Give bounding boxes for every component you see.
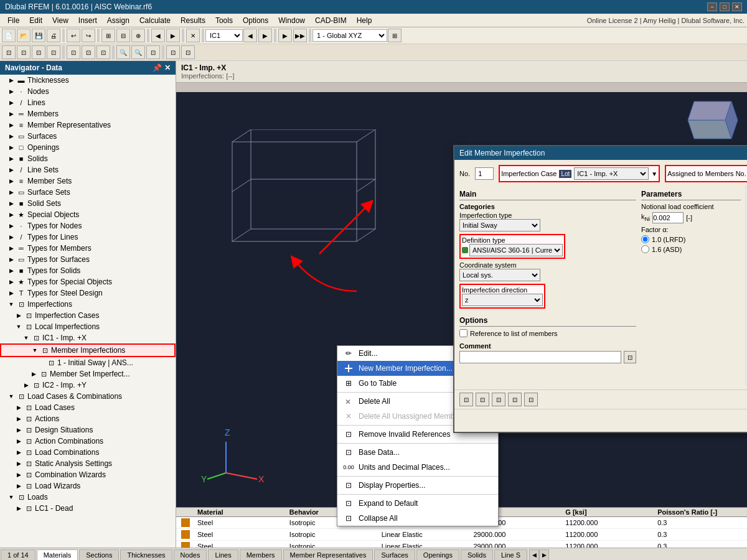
expand-types-steel[interactable]: ▶ (7, 289, 15, 297)
tb2-b10[interactable]: ⊡ (146, 45, 160, 59)
expand-member-reps[interactable]: ▶ (7, 121, 15, 129)
expand-types-special[interactable]: ▶ (7, 278, 15, 286)
menu-view[interactable]: View (47, 15, 73, 26)
tree-item-ic2[interactable]: ▶ ⊡ IC2 - Imp. +Y (0, 380, 176, 391)
expand-types-members[interactable]: ▶ (7, 245, 15, 252)
tb-b5[interactable]: ▶ (166, 29, 180, 42)
expand-nodes[interactable]: ▶ (7, 88, 15, 95)
ref-list-checkbox[interactable] (459, 329, 467, 337)
tree-item-initial-sway[interactable]: ⊡ 1 - Initial Sway | ANS... (0, 357, 176, 368)
tab-members[interactable]: Members (240, 549, 282, 561)
imp-type-select[interactable]: Initial Sway (459, 219, 540, 231)
comment-btn[interactable]: ⊡ (624, 351, 636, 363)
tab-surfaces[interactable]: Surfaces (374, 549, 415, 561)
expand-load-cases-combo[interactable]: ▼ (7, 393, 15, 400)
expand-loads[interactable]: ▼ (7, 493, 15, 501)
nav-pin[interactable]: 📌 (153, 63, 162, 72)
tb-v1[interactable]: ⊞ (388, 29, 402, 42)
tab-thicknesses[interactable]: Thicknesses (120, 549, 172, 561)
radio-lrfd[interactable] (641, 235, 649, 243)
ctx-units[interactable]: 0.00 Units and Decimal Places... (337, 460, 498, 475)
tb-nav-next[interactable]: ▶ (258, 29, 272, 42)
tree-item-imperfection-cases[interactable]: ▶ ⊡ Imperfection Cases (0, 310, 176, 321)
tree-item-surfaces[interactable]: ▶ ▭ Surfaces (0, 131, 176, 142)
tree-item-solid-sets[interactable]: ▶ ■ Solid Sets (0, 198, 176, 209)
expand-imperfections[interactable]: ▼ (7, 301, 15, 308)
tab-line-s[interactable]: Line S (494, 549, 527, 561)
tab-sections[interactable]: Sections (79, 549, 119, 561)
tree-item-member-imperfections[interactable]: ▼ ⊡ Member Imperfections (0, 343, 176, 357)
tb2-b6[interactable]: ⊡ (82, 45, 95, 59)
ctx-base-data[interactable]: ⊡ Base Data... (337, 445, 498, 460)
expand-types-solids[interactable]: ▶ (7, 267, 15, 274)
expand-surfaces[interactable]: ▶ (7, 133, 15, 140)
expand-members[interactable]: ▶ (7, 110, 15, 118)
dialog-action-btn-3[interactable]: ⊡ (492, 393, 505, 406)
tree-item-types-steel[interactable]: ▶ T Types for Steel Design (0, 287, 176, 299)
expand-thicknesses[interactable]: ▶ (7, 77, 15, 84)
expand-types-nodes[interactable]: ▶ (7, 222, 15, 230)
tree-item-solids[interactable]: ▶ ■ Solids (0, 153, 176, 164)
menu-window[interactable]: Window (273, 15, 310, 26)
no-input[interactable] (475, 167, 494, 180)
tree-item-types-members[interactable]: ▶ ═ Types for Members (0, 243, 176, 254)
tree-item-loads[interactable]: ▼ ⊡ Loads (0, 492, 176, 503)
tb-open[interactable]: 📂 (17, 29, 31, 42)
tree-item-special-objects[interactable]: ▶ ★ Special Objects (0, 209, 176, 220)
tree-item-thicknesses[interactable]: ▶ ▬ Thicknesses (0, 75, 176, 86)
expand-openings[interactable]: ▶ (7, 144, 15, 151)
tb2-b11[interactable]: ⊡ (166, 45, 180, 59)
expand-ic2[interactable]: ▶ (22, 381, 30, 389)
tree-item-local-imperfections[interactable]: ▼ ⊡ Local Imperfections (0, 321, 176, 332)
tb2-b2[interactable]: ⊡ (17, 45, 31, 59)
tree-item-line-sets[interactable]: ▶ / Line Sets (0, 164, 176, 175)
tab-1-of-14[interactable]: 1 of 14 (1, 549, 35, 561)
tree-item-static-analysis[interactable]: ▶ ⊡ Static Analysis Settings (0, 458, 176, 469)
expand-member-set-imp[interactable]: ▶ (30, 370, 37, 378)
tab-nodes[interactable]: Nodes (174, 549, 207, 561)
tree-item-member-reps[interactable]: ▶ ≡ Member Representatives (0, 119, 176, 131)
tb-save[interactable]: 💾 (32, 29, 45, 42)
menu-options[interactable]: Options (238, 15, 273, 26)
expand-special-objects[interactable]: ▶ (7, 211, 15, 218)
ctx-collapse-all[interactable]: ⊡ Collapse All (337, 511, 498, 526)
dialog-action-btn-4[interactable]: ⊡ (508, 393, 522, 406)
tab-openings[interactable]: Openings (416, 549, 459, 561)
ic-dropdown[interactable]: IC1 (205, 29, 243, 42)
tree-item-surface-sets[interactable]: ▶ ▭ Surface Sets (0, 187, 176, 198)
close-button[interactable]: ✕ (732, 2, 742, 11)
expand-load-combinations[interactable]: ▶ (15, 449, 22, 456)
expand-lc1-dead[interactable]: ▶ (15, 505, 22, 512)
expand-surface-sets[interactable]: ▶ (7, 189, 15, 196)
expand-types-lines[interactable]: ▶ (7, 233, 15, 241)
expand-combo-wizards[interactable]: ▶ (15, 471, 22, 478)
tb-b2[interactable]: ⊟ (116, 29, 130, 42)
expand-action-combinations[interactable]: ▶ (15, 437, 22, 445)
tree-item-types-lines[interactable]: ▶ / Types for Lines (0, 231, 176, 243)
tab-member-reps[interactable]: Member Representatives (283, 549, 374, 561)
expand-ic1[interactable]: ▼ (22, 334, 30, 342)
expand-load-cases[interactable]: ▶ (15, 404, 22, 411)
expand-types-surfaces[interactable]: ▶ (7, 256, 15, 263)
tab-materials[interactable]: Materials (37, 549, 78, 561)
expand-local-imp[interactable]: ▼ (15, 323, 22, 330)
tree-item-member-sets[interactable]: ▶ ≡ Member Sets (0, 175, 176, 187)
tree-item-types-solids[interactable]: ▶ ■ Types for Solids (0, 265, 176, 276)
dialog-action-btn-1[interactable]: ⊡ (459, 393, 473, 406)
expand-solids[interactable]: ▶ (7, 155, 15, 162)
nav-close[interactable]: ✕ (164, 63, 171, 72)
expand-member-sets[interactable]: ▶ (7, 177, 15, 185)
expand-imp-cases[interactable]: ▶ (15, 312, 22, 319)
coord-sys-select[interactable]: Local sys. (459, 269, 540, 281)
tb-b3[interactable]: ⊕ (131, 29, 145, 42)
tree-item-types-nodes[interactable]: ▶ · Types for Nodes (0, 220, 176, 231)
tab-scroll-right[interactable]: ▶ (539, 549, 549, 561)
tree-item-types-special[interactable]: ▶ ★ Types for Special Objects (0, 276, 176, 287)
tb-calc[interactable]: ▶ (278, 29, 292, 42)
ctx-display-props[interactable]: ⊡ Display Properties... (337, 478, 498, 493)
mat-row-3[interactable]: Steel Isotropic Linear Elastic 29000.000… (176, 541, 747, 548)
expand-design-situations[interactable]: ▶ (15, 426, 22, 434)
imp-dir-select[interactable]: z (462, 294, 543, 306)
notional-coeff-input[interactable] (652, 212, 684, 223)
expand-lines[interactable]: ▶ (7, 99, 15, 106)
